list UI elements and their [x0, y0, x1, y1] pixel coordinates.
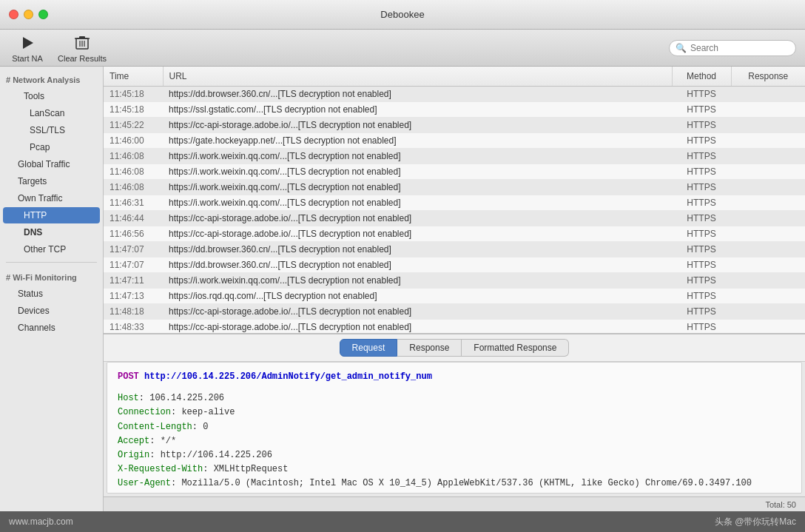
sidebar-item-status[interactable]: Status — [3, 286, 100, 302]
sidebar-item-dns[interactable]: DNS — [3, 224, 100, 240]
cell-time: 11:45:22 — [104, 118, 163, 133]
cell-url: https://ssl.gstatic.com/...[TLS decrypti… — [163, 102, 672, 118]
titlebar: Debookee — [0, 0, 805, 30]
table-row[interactable]: 11:46:44https://cc-api-storage.adobe.io/… — [104, 211, 805, 226]
search-input[interactable] — [690, 43, 794, 53]
app-title: Debookee — [380, 9, 424, 20]
sidebar-item-devices[interactable]: Devices — [3, 303, 100, 319]
cell-url: https://i.work.weixin.qq.com/...[TLS dec… — [163, 164, 672, 180]
table-row[interactable]: 11:46:08https://i.work.weixin.qq.com/...… — [104, 180, 805, 195]
sidebar-item-http[interactable]: HTTP — [3, 207, 100, 223]
cell-time: 11:46:00 — [104, 133, 163, 149]
cell-response — [731, 226, 805, 242]
cell-method: HTTPS — [672, 164, 731, 180]
cell-url: https://cc-api-storage.adobe.io/...[TLS … — [163, 118, 672, 133]
table-row[interactable]: 11:46:31https://i.work.weixin.qq.com/...… — [104, 195, 805, 211]
cell-method: HTTPS — [672, 273, 731, 289]
watermark-bar: www.macjb.com 头条 @带你玩转Mac — [0, 511, 805, 532]
cell-response — [731, 304, 805, 320]
cell-url: https://i.work.weixin.qq.com/...[TLS dec… — [163, 273, 672, 289]
table-row[interactable]: 11:46:56https://cc-api-storage.adobe.io/… — [104, 226, 805, 242]
detail-content: POST http://106.14.225.206/AdminNotify/g… — [107, 362, 802, 494]
traffic-table-area[interactable]: Time URL Method Response 11:45:18https:/… — [104, 67, 805, 334]
cell-response — [731, 133, 805, 149]
cell-url: https://dd.browser.360.cn/...[TLS decryp… — [163, 242, 672, 257]
sidebar-item-targets[interactable]: Targets — [3, 173, 100, 189]
cell-url: https://cc-api-storage.adobe.io/...[TLS … — [163, 226, 672, 242]
sidebar-item-ssl-tls[interactable]: SSL/TLS — [3, 122, 100, 138]
sidebar-item-pcap[interactable]: Pcap — [3, 139, 100, 155]
sidebar-item-global-traffic[interactable]: Global Traffic — [3, 156, 100, 172]
tab-formatted-response[interactable]: Formatted Response — [462, 339, 569, 357]
table-row[interactable]: 11:48:18https://cc-api-storage.adobe.io/… — [104, 304, 805, 320]
cell-time: 11:46:44 — [104, 211, 163, 226]
clear-results-button[interactable]: Clear Results — [58, 33, 107, 63]
cell-response — [731, 118, 805, 133]
cell-method: HTTPS — [672, 242, 731, 257]
col-header-time: Time — [104, 67, 163, 87]
cell-response — [731, 242, 805, 257]
table-row[interactable]: 11:46:08https://i.work.weixin.qq.com/...… — [104, 149, 805, 164]
cell-url: https://ios.rqd.qq.com/...[TLS decryptio… — [163, 289, 672, 304]
cell-time: 11:46:08 — [104, 180, 163, 195]
cell-time: 11:47:13 — [104, 289, 163, 304]
tab-response[interactable]: Response — [397, 339, 462, 357]
table-row[interactable]: 11:46:08https://i.work.weixin.qq.com/...… — [104, 164, 805, 180]
main-content: # Network Analysis Tools LanScan SSL/TLS… — [0, 67, 805, 511]
table-row[interactable]: 11:47:13https://ios.rqd.qq.com/...[TLS d… — [104, 289, 805, 304]
cell-url: https://i.work.weixin.qq.com/...[TLS dec… — [163, 149, 672, 164]
cell-response — [731, 180, 805, 195]
cell-response — [731, 257, 805, 273]
sidebar: # Network Analysis Tools LanScan SSL/TLS… — [0, 67, 104, 511]
cell-response — [731, 211, 805, 226]
cell-url: https://i.work.weixin.qq.com/...[TLS dec… — [163, 180, 672, 195]
sidebar-item-lanscan[interactable]: LanScan — [3, 105, 100, 121]
start-na-button[interactable]: Start NA — [9, 33, 46, 63]
sidebar-item-channels[interactable]: Channels — [3, 320, 100, 336]
cell-url: https://dd.browser.360.cn/...[TLS decryp… — [163, 87, 672, 102]
trash-icon — [73, 33, 92, 53]
detail-panel: Request Response Formatted Response POST… — [104, 334, 805, 496]
close-button[interactable] — [9, 10, 18, 19]
table-row[interactable]: 11:47:11https://i.work.weixin.qq.com/...… — [104, 273, 805, 289]
tab-request[interactable]: Request — [340, 339, 398, 357]
table-row[interactable]: 11:45:18https://ssl.gstatic.com/...[TLS … — [104, 102, 805, 118]
cell-time: 11:45:18 — [104, 102, 163, 118]
table-row[interactable]: 11:48:33https://cc-api-storage.adobe.io/… — [104, 320, 805, 334]
cell-method: HTTPS — [672, 320, 731, 334]
cell-method: HTTPS — [672, 118, 731, 133]
table-row[interactable]: 11:45:18https://dd.browser.360.cn/...[TL… — [104, 87, 805, 102]
sidebar-item-tools[interactable]: Tools — [3, 88, 100, 104]
detail-tabs: Request Response Formatted Response — [104, 334, 805, 362]
cell-time: 11:46:08 — [104, 164, 163, 180]
table-row[interactable]: 11:45:22https://cc-api-storage.adobe.io/… — [104, 118, 805, 133]
cell-response — [731, 164, 805, 180]
maximize-button[interactable] — [38, 10, 48, 19]
total-count: Total: 50 — [765, 500, 796, 509]
table-body: 11:45:18https://dd.browser.360.cn/...[TL… — [104, 87, 805, 334]
table-row[interactable]: 11:47:07https://dd.browser.360.cn/...[TL… — [104, 257, 805, 273]
play-icon — [18, 33, 37, 53]
cell-time: 11:47:07 — [104, 257, 163, 273]
cell-response — [731, 289, 805, 304]
table-row[interactable]: 11:46:00https://gate.hockeyapp.net/...[T… — [104, 133, 805, 149]
cell-time: 11:47:07 — [104, 242, 163, 257]
cell-url: https://gate.hockeyapp.net/...[TLS decry… — [163, 133, 672, 149]
cell-time: 11:46:31 — [104, 195, 163, 211]
traffic-table: Time URL Method Response 11:45:18https:/… — [104, 67, 805, 334]
svg-marker-0 — [23, 37, 33, 49]
cell-time: 11:46:56 — [104, 226, 163, 242]
table-header-row: Time URL Method Response — [104, 67, 805, 87]
minimize-button[interactable] — [24, 10, 33, 19]
start-na-label: Start NA — [12, 54, 43, 63]
table-row[interactable]: 11:47:07https://dd.browser.360.cn/...[TL… — [104, 242, 805, 257]
sidebar-item-own-traffic[interactable]: Own Traffic — [3, 190, 100, 206]
cell-method: HTTPS — [672, 149, 731, 164]
sidebar-item-other-tcp[interactable]: Other TCP — [3, 241, 100, 257]
cell-method: HTTPS — [672, 257, 731, 273]
col-header-method: Method — [672, 67, 731, 87]
cell-response — [731, 87, 805, 102]
network-analysis-header: # Network Analysis — [0, 70, 103, 87]
wifi-monitoring-header: # Wi-Fi Monitoring — [0, 267, 103, 285]
cell-time: 11:46:08 — [104, 149, 163, 164]
